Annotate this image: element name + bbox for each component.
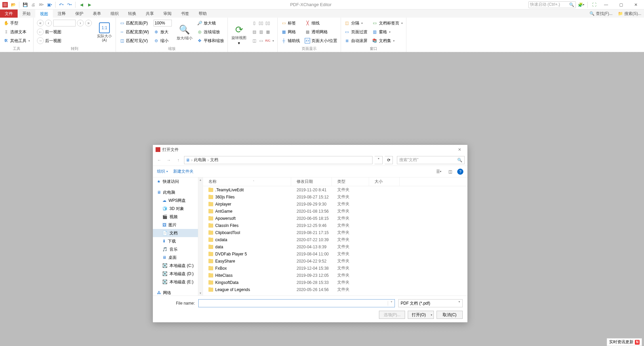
zoom-in[interactable]: ⊕放大 [152, 28, 173, 36]
refresh-icon[interactable]: ⟳ [385, 156, 393, 164]
file-list[interactable]: 名称˄ 修改日期 类型 大小 .TeamyiLiveEdit2019-11-20… [203, 177, 467, 295]
thin-lines[interactable]: ╳细线 [303, 19, 338, 27]
find-button[interactable]: 🔍查找(F)... [587, 9, 615, 18]
show-tabs[interactable]: ▭标签 [280, 19, 301, 27]
show-grid[interactable]: ▦网格 [280, 28, 301, 36]
fullscreen-icon[interactable]: ⛶ [590, 1, 598, 8]
help-icon[interactable]: ? [457, 169, 463, 175]
redo-icon[interactable]: ↷▾ [66, 1, 73, 8]
file-name-input[interactable]: ˅ [198, 299, 395, 307]
print-icon[interactable]: 🖨 [29, 1, 37, 8]
zoom-level-input[interactable] [154, 20, 172, 26]
actual-size[interactable]: 1:1 实际大小(A) [95, 19, 114, 45]
first-page-icon[interactable]: « [37, 20, 44, 26]
last-page-icon[interactable]: » [85, 20, 92, 26]
file-type-select[interactable]: PDF 文档 (*.pdf)˅ [398, 299, 463, 307]
next-view[interactable]: →后一视图 [36, 37, 93, 45]
fit-page[interactable]: ▭匹配页面(P) [118, 19, 150, 27]
tree-item[interactable]: 🎵音乐 [153, 245, 203, 253]
open-button[interactable]: 打开(O) [408, 311, 434, 319]
tab-9[interactable]: 书签 [176, 9, 194, 18]
ui-options-icon[interactable]: 🧩▾ [577, 1, 585, 8]
tree-item[interactable]: ⬇下载 [153, 237, 203, 245]
list-item[interactable]: data2020-04-13 8:39文件夹 [203, 243, 467, 250]
list-item[interactable]: ClassIn Files2019-12-25 9:46文件夹 [203, 222, 467, 229]
tab-6[interactable]: 转换 [123, 9, 141, 18]
list-item[interactable]: cxdata2020-07-22 10:39文件夹 [203, 236, 467, 243]
tree-network[interactable]: 🖧网络 [153, 289, 203, 295]
portfolio[interactable]: 📚文档集▾ [371, 37, 404, 45]
list-item[interactable]: League of Legends2020-05-26 14:56文件夹 [203, 286, 467, 293]
nav-up-button[interactable]: ↑ [175, 156, 182, 164]
list-item[interactable]: HiteClass2019-09-23 12:05文件夹 [203, 272, 467, 279]
tree-scrollbar[interactable]: ▴▾ [198, 177, 203, 295]
undo-icon[interactable]: ↶▾ [58, 1, 65, 8]
tree-item[interactable]: 🎬视频 [153, 213, 203, 221]
tab-0[interactable]: 开始 [18, 9, 35, 18]
tree-item[interactable]: 🖼图片 [153, 221, 203, 229]
tree-item[interactable]: 💽本地磁盘 (D:) [153, 270, 203, 278]
doc-tabs[interactable]: ▭文档标签页▾ [371, 19, 404, 27]
tab-3[interactable]: 保护 [71, 9, 88, 18]
fit-width[interactable]: ↔匹配宽度(W) [118, 28, 150, 36]
tab-file[interactable]: 文件 [0, 9, 18, 18]
tab-2[interactable]: 注释 [53, 9, 71, 18]
crumb-dropdown-icon[interactable]: ˅ [375, 156, 383, 164]
tab-5[interactable]: 组织 [106, 9, 123, 18]
list-item[interactable]: FxBox2019-12-04 15:38文件夹 [203, 265, 467, 272]
tab-8[interactable]: 审阅 [159, 9, 176, 18]
tree-item[interactable]: 🧊3D 对象 [153, 205, 203, 213]
zoom-in-out[interactable]: 🔍 放大/缩小 [175, 19, 194, 45]
mail-icon[interactable]: ✉▾ [38, 1, 45, 8]
prev-page-icon[interactable]: ‹ [45, 20, 52, 26]
maximize-button[interactable]: ▢ [614, 1, 628, 9]
nav-forward-icon[interactable]: ▶ [86, 1, 93, 8]
nav-fwd-button[interactable]: → [165, 156, 173, 164]
close-button[interactable]: ✕ [629, 1, 643, 9]
news-status[interactable]: 实时资讯更新 N [607, 338, 642, 346]
tree-item[interactable]: 💽本地磁盘 (E:) [153, 278, 203, 286]
page-number-input[interactable] [53, 20, 76, 26]
save-icon[interactable]: 💾 [21, 1, 29, 8]
new-folder-button[interactable]: 新建文件夹 [173, 169, 194, 174]
col-type[interactable]: 类型 [332, 177, 369, 186]
dialog-close-icon[interactable]: ✕ [455, 147, 465, 152]
transparency-grid[interactable]: ▩透明网格 [303, 28, 338, 36]
tree-quick-access[interactable]: ★快速访问 [153, 177, 203, 186]
select-text-tool[interactable]: Ɪ选择文本 [2, 28, 31, 36]
options-button[interactable]: 选项(P)... [379, 311, 405, 319]
show-guides[interactable]: ┼辅助线 [280, 37, 301, 45]
list-item[interactable]: KingsoftData2019-06-28 15:33文件夹 [203, 279, 467, 286]
preview-pane-icon[interactable]: ◫ [446, 168, 455, 175]
tab-7[interactable]: 共享 [141, 9, 159, 18]
tab-4[interactable]: 表单 [88, 9, 106, 18]
list-item[interactable]: ClipboardTool2019-08-21 17:15文件夹 [203, 229, 467, 236]
fit-visible[interactable]: ◫匹配可见(V) [118, 37, 150, 45]
list-item[interactable]: 360js Files2019-08-27 15:12文件夹 [203, 193, 467, 200]
page-transition[interactable]: ▭页面过渡 [343, 28, 369, 36]
tree-this-pc[interactable]: 🖥此电脑 [153, 188, 203, 196]
layout-cont[interactable]: ▤▥▦ [250, 28, 275, 36]
breadcrumb[interactable]: 🖥 › 此电脑 › 文档 [184, 156, 373, 164]
col-name[interactable]: 名称˄ [203, 177, 291, 186]
rotate-view[interactable]: ⟳ 旋转视图▾ [230, 19, 248, 51]
col-date[interactable]: 修改日期 [291, 177, 332, 186]
open-icon[interactable]: 📂 [9, 1, 17, 8]
nav-back-button[interactable]: ← [156, 156, 163, 164]
layout-single[interactable]: ▯▯▯▯▯ [250, 19, 275, 27]
continuous-zoom[interactable]: ◎连续缩放 [196, 28, 225, 36]
layout-more[interactable]: ◫▭R/C▾ [250, 37, 275, 45]
split[interactable]: ◫分隔▾ [343, 19, 369, 27]
dialog-search-input[interactable]: 搜索"文档" 🔍 [397, 156, 465, 164]
chevron-down-icon[interactable]: ˅ [388, 301, 395, 306]
hand-tool[interactable]: ✋手型 [2, 19, 31, 27]
pan-zoom[interactable]: ✥平移和缩放 [196, 37, 225, 45]
tree-item[interactable]: 💽本地磁盘 (C:) [153, 262, 203, 270]
list-item[interactable]: Apowersoft2020-06-05 18:15文件夹 [203, 215, 467, 222]
loupe[interactable]: 🔎放大镜 [196, 19, 225, 27]
quick-launch-input[interactable]: 快速启动 (Ctrl+.) 🔍 [528, 1, 576, 8]
col-size[interactable]: 大小 [369, 177, 400, 186]
tab-1[interactable]: 视图 [35, 9, 53, 18]
panes[interactable]: ▥窗格▾ [371, 28, 404, 36]
cancel-button[interactable]: 取消(C) [437, 311, 463, 319]
